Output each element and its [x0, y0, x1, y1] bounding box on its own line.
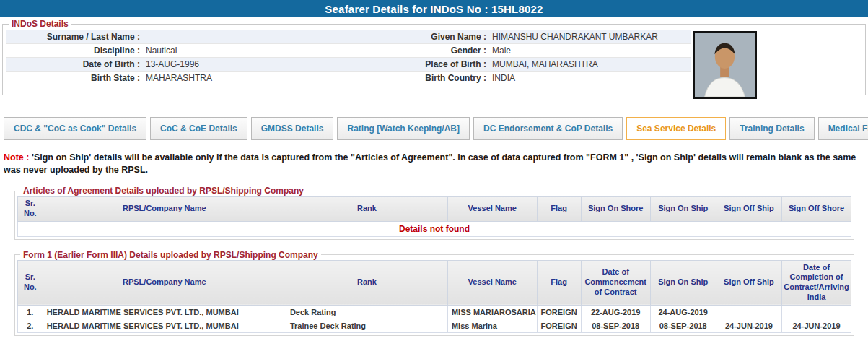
table-header-row: Sr. No.RPSL/Company NameRankVessel NameF…	[18, 260, 851, 305]
column-header: RPSL/Company Name	[43, 197, 286, 222]
articles-of-agreement-table: Sr. No.RPSL/Company NameRankVessel NameF…	[17, 196, 851, 237]
details-row: Date of Birth :13-AUG-1996Place of Birth…	[6, 58, 691, 72]
seafarer-photo	[693, 31, 757, 99]
table-cell: HERALD MARITIME SERVICES PVT. LTD., MUMB…	[43, 305, 286, 319]
column-header: Vessel Name	[447, 197, 537, 222]
field-value: HIMANSHU CHANDRAKANT UMBARKAR	[491, 32, 691, 42]
table-cell: Miss Marina	[447, 319, 537, 332]
table-cell: FOREIGN	[537, 305, 581, 319]
tab-cdc-coc-as-cook[interactable]: CDC & "CoC as Cook" Details	[4, 117, 146, 140]
column-header: Sr. No.	[18, 260, 43, 305]
tab-gmdss[interactable]: GMDSS Details	[251, 117, 334, 140]
note-body: 'Sign on Ship' details will be available…	[4, 152, 856, 175]
column-header: Vessel Name	[447, 260, 537, 305]
field-value: Male	[491, 46, 691, 56]
tab-dc-endorsement-cop[interactable]: DC Endorsement & CoP Details	[473, 117, 623, 140]
details-row: Discipline :NauticalGender :Male	[6, 44, 691, 58]
articles-of-agreement-section: Articles of Agreement Details uploaded b…	[14, 186, 854, 240]
note-text: Note : 'Sign on Ship' details will be av…	[4, 152, 865, 176]
indos-details-section: INDoS Details Surname / Last Name :Given…	[2, 19, 866, 95]
field-label: Birth Country :	[410, 73, 491, 83]
field-value: Nautical	[144, 46, 410, 56]
form1-table: Sr. No.RPSL/Company NameRankVessel NameF…	[17, 260, 851, 333]
table-cell: Trainee Deck Rating	[286, 319, 447, 332]
empty-message: Details not found	[18, 221, 851, 236]
portrait-photo-graphic	[695, 33, 755, 97]
column-header: Rank	[286, 260, 447, 305]
field-label: Date of Birth :	[6, 59, 144, 69]
table-cell: Deck Rating	[286, 305, 447, 319]
table-cell: 1.	[18, 305, 43, 319]
table-header-row: Sr. No.RPSL/Company NameRankVessel NameF…	[18, 197, 851, 222]
table-cell: FOREIGN	[537, 319, 581, 332]
page-header: Seafarer Details for INDoS No : 15HL8022	[0, 0, 868, 17]
table-cell: MISS MARIAROSARIA	[447, 305, 537, 319]
table-cell	[716, 305, 781, 319]
column-header: Sr. No.	[18, 197, 43, 222]
details-row: Surname / Last Name :Given Name :HIMANSH…	[6, 30, 691, 44]
table-cell: 08-SEP-2018	[650, 319, 716, 332]
tab-sea-service[interactable]: Sea Service Details	[626, 117, 726, 140]
table-row: 2.HERALD MARITIME SERVICES PVT. LTD., MU…	[18, 319, 851, 332]
note-label: Note :	[4, 152, 29, 163]
field-value: MAHARASHTRA	[144, 73, 410, 83]
column-header: Flag	[537, 197, 581, 222]
form1-section-legend: Form 1 (Earlier Form IIIA) Details uploa…	[20, 250, 321, 260]
table-row: Details not found	[18, 221, 851, 236]
field-label: Surname / Last Name :	[6, 32, 144, 42]
table-cell: 2.	[18, 319, 43, 332]
column-header: Flag	[537, 260, 581, 305]
page-title: Seafarer Details for INDoS No : 15HL8022	[325, 3, 543, 15]
field-label: Birth State :	[6, 73, 144, 83]
tab-rating-watch-keeping[interactable]: Rating [Watch Keeping/AB]	[337, 117, 470, 140]
table-cell: HERALD MARITIME SERVICES PVT. LTD., MUMB…	[43, 319, 286, 332]
field-label: Discipline :	[6, 46, 144, 56]
column-header: Date of Completion of Contract/Arriving …	[782, 260, 851, 305]
details-row: Birth State :MAHARASHTRABirth Country :I…	[6, 72, 691, 85]
table-cell: 08-SEP-2018	[581, 319, 650, 332]
table-cell	[782, 305, 851, 319]
field-value: INDIA	[491, 73, 691, 83]
field-label: Gender :	[410, 46, 491, 56]
column-header: Sign Off Ship	[716, 260, 781, 305]
table-row: 1.HERALD MARITIME SERVICES PVT. LTD., MU…	[18, 305, 851, 319]
column-header: Sign Off Shore	[782, 197, 851, 222]
column-header: RPSL/Company Name	[43, 260, 286, 305]
column-header: Sign On Ship	[650, 260, 716, 305]
field-label: Place of Birth :	[410, 59, 491, 69]
column-header: Date of Commencement of Contract	[581, 260, 650, 305]
table-cell: 24-AUG-2019	[650, 305, 716, 319]
tab-medical-fitness[interactable]: Medical Fitness Certificate	[818, 117, 868, 140]
tab-bar: CDC & "CoC as Cook" DetailsCoC & CoE Det…	[4, 117, 868, 140]
column-header: Rank	[286, 197, 447, 222]
field-label: Given Name :	[410, 32, 491, 42]
indos-details-grid: Surname / Last Name :Given Name :HIMANSH…	[6, 30, 691, 85]
column-header: Sign On Ship	[650, 197, 716, 222]
table-cell: 24-JUN-2019	[782, 319, 851, 332]
indos-details-legend: INDoS Details	[9, 19, 71, 29]
column-header: Sign Off Ship	[716, 197, 781, 222]
field-value: MUMBAI, MAHARASHTRA	[491, 59, 691, 69]
tab-training[interactable]: Training Details	[729, 117, 814, 140]
field-value: 13-AUG-1996	[144, 59, 410, 69]
column-header: Sign On Shore	[581, 197, 650, 222]
articles-section-legend: Articles of Agreement Details uploaded b…	[20, 186, 307, 196]
table-cell: 22-AUG-2019	[581, 305, 650, 319]
tab-coc-coe[interactable]: CoC & CoE Details	[150, 117, 247, 140]
table-cell: 24-JUN-2019	[716, 319, 781, 332]
form1-section: Form 1 (Earlier Form IIIA) Details uploa…	[14, 250, 854, 336]
